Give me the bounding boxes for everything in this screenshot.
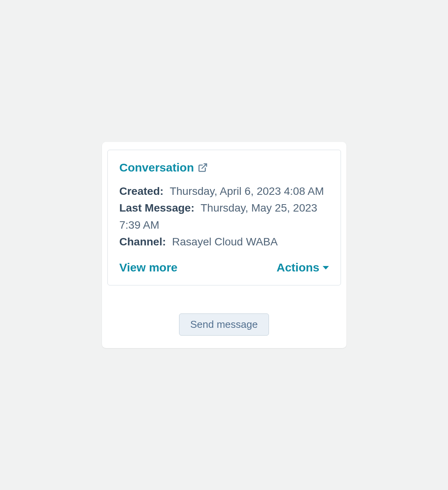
conversation-card: Conversation Created: Thursday, April 6,… (107, 150, 341, 286)
send-button-wrap: Send message (107, 313, 341, 336)
external-link-icon[interactable] (198, 163, 208, 173)
actions-dropdown[interactable]: Actions (276, 261, 329, 274)
channel-value: Rasayel Cloud WABA (172, 236, 278, 248)
conversation-panel: Conversation Created: Thursday, April 6,… (102, 142, 346, 348)
last-message-field: Last Message: Thursday, May 25, 2023 7:3… (119, 200, 329, 233)
view-more-link[interactable]: View more (119, 261, 178, 274)
send-message-button[interactable]: Send message (179, 313, 269, 336)
svg-line-0 (202, 164, 207, 168)
card-actions-row: View more Actions (119, 261, 329, 274)
created-field: Created: Thursday, April 6, 2023 4:08 AM (119, 183, 329, 200)
actions-label: Actions (276, 261, 319, 274)
card-title-row: Conversation (119, 161, 329, 174)
conversation-title-link[interactable]: Conversation (119, 161, 194, 174)
channel-label: Channel: (119, 236, 166, 248)
caret-down-icon (323, 265, 329, 270)
created-value: Thursday, April 6, 2023 4:08 AM (170, 185, 324, 197)
last-message-label: Last Message: (119, 202, 195, 214)
svg-marker-1 (323, 266, 329, 270)
channel-field: Channel: Rasayel Cloud WABA (119, 233, 329, 250)
created-label: Created: (119, 185, 164, 197)
